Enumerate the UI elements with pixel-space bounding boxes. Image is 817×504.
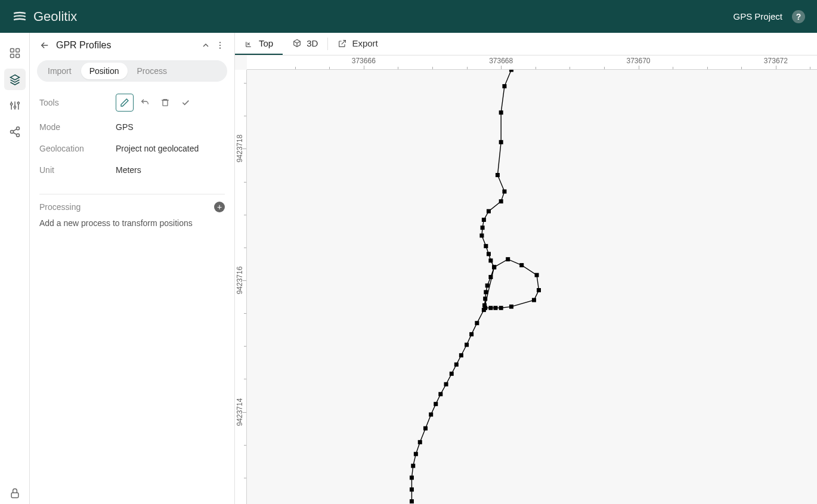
svg-point-12 [16, 134, 19, 137]
svg-rect-62 [423, 426, 428, 431]
tab-process[interactable]: Process [129, 63, 176, 79]
svg-rect-32 [487, 252, 491, 256]
cube-icon [292, 39, 302, 48]
svg-point-18 [219, 48, 221, 49]
view-tab-top[interactable]: Top [235, 33, 283, 55]
svg-rect-1 [16, 49, 19, 52]
svg-rect-45 [532, 298, 536, 302]
svg-rect-30 [479, 233, 484, 237]
svg-rect-24 [496, 173, 500, 177]
main: Top 3D Export 373666373668373670373672 9… [235, 33, 817, 504]
add-process-button[interactable]: + [214, 202, 225, 212]
top-view-icon [245, 39, 254, 48]
sidebar-title: GPR Profiles [56, 40, 111, 51]
sidebar-tabs: Import Position Process [37, 60, 227, 82]
nav-apps[interactable] [4, 42, 26, 64]
nav-share[interactable] [4, 121, 26, 143]
export-icon [338, 39, 347, 48]
undo-tool-button[interactable] [136, 94, 154, 112]
svg-rect-25 [502, 190, 506, 194]
confirm-tool-button[interactable] [177, 94, 194, 112]
svg-rect-29 [481, 225, 485, 230]
tab-position[interactable]: Position [81, 63, 128, 79]
svg-point-8 [14, 106, 16, 108]
tools-label: Tools [39, 98, 116, 107]
svg-rect-2 [10, 54, 14, 58]
edit-tool-button[interactable] [116, 94, 134, 112]
svg-rect-68 [410, 499, 414, 503]
svg-rect-60 [434, 402, 438, 406]
svg-rect-52 [475, 321, 479, 325]
collapse-icon[interactable] [201, 41, 211, 50]
svg-rect-41 [488, 306, 493, 310]
delete-tool-button[interactable] [156, 94, 174, 112]
svg-rect-61 [429, 412, 433, 416]
svg-rect-0 [10, 49, 14, 52]
svg-rect-51 [482, 308, 486, 312]
svg-line-14 [13, 132, 17, 134]
svg-line-13 [13, 129, 17, 131]
svg-rect-43 [499, 306, 503, 310]
svg-point-11 [10, 131, 13, 134]
svg-rect-26 [499, 199, 503, 203]
mode-value: GPS [116, 122, 134, 132]
svg-rect-36 [485, 283, 490, 287]
svg-rect-67 [410, 487, 414, 491]
svg-rect-47 [535, 273, 539, 277]
svg-rect-49 [506, 257, 510, 261]
svg-rect-28 [482, 218, 486, 222]
svg-rect-27 [487, 209, 491, 214]
project-name[interactable]: GPS Project [733, 11, 782, 21]
svg-rect-31 [484, 244, 488, 248]
more-menu-icon[interactable] [215, 41, 225, 50]
back-button[interactable] [39, 40, 50, 51]
svg-rect-56 [454, 363, 459, 367]
svg-rect-65 [411, 464, 415, 468]
svg-rect-35 [488, 275, 493, 279]
nav-lock[interactable] [4, 483, 26, 504]
mode-label: Mode [39, 122, 116, 132]
geolocation-value: Project not geolocated [116, 144, 199, 153]
svg-point-16 [219, 42, 221, 43]
svg-rect-33 [488, 258, 493, 262]
svg-rect-57 [450, 372, 454, 376]
unit-label: Unit [39, 165, 116, 175]
tab-import[interactable]: Import [39, 63, 80, 79]
svg-rect-19 [163, 100, 168, 106]
svg-point-10 [16, 127, 19, 130]
nav-layers[interactable] [4, 69, 26, 90]
svg-rect-63 [418, 440, 422, 444]
svg-rect-21 [502, 84, 506, 88]
processing-hint: Add a new process to transform positions [39, 215, 225, 231]
geolitix-logo-icon [12, 9, 27, 24]
app-logo[interactable]: Geolitix [12, 9, 77, 24]
nav-rail [0, 33, 30, 504]
svg-rect-64 [414, 452, 418, 456]
help-icon[interactable]: ? [792, 10, 805, 23]
geolocation-label: Geolocation [39, 144, 116, 153]
svg-rect-3 [16, 54, 19, 58]
svg-rect-50 [492, 265, 496, 269]
svg-rect-22 [499, 110, 503, 115]
plot-area[interactable] [247, 70, 817, 504]
svg-rect-48 [519, 263, 524, 267]
view-tab-3d[interactable]: 3D [283, 33, 327, 55]
svg-rect-66 [410, 475, 414, 480]
view-tab-export[interactable]: Export [328, 33, 387, 55]
sidebar-header: GPR Profiles [30, 33, 234, 58]
svg-rect-54 [465, 343, 469, 347]
processing-label: Processing [39, 202, 81, 212]
nav-settings[interactable] [4, 95, 26, 116]
canvas[interactable]: 373666373668373670373672 942371494237169… [235, 55, 817, 504]
svg-rect-23 [499, 140, 503, 144]
svg-rect-55 [459, 353, 463, 357]
view-tabs: Top 3D Export [235, 33, 817, 55]
unit-value: Meters [116, 165, 141, 175]
sidebar: GPR Profiles Import Position Process Too… [30, 33, 235, 504]
y-axis: 942371494237169423718 [235, 70, 247, 504]
svg-rect-59 [438, 392, 442, 396]
svg-rect-46 [537, 288, 541, 292]
svg-rect-37 [484, 290, 488, 294]
svg-rect-42 [493, 306, 497, 310]
svg-point-9 [17, 102, 19, 104]
